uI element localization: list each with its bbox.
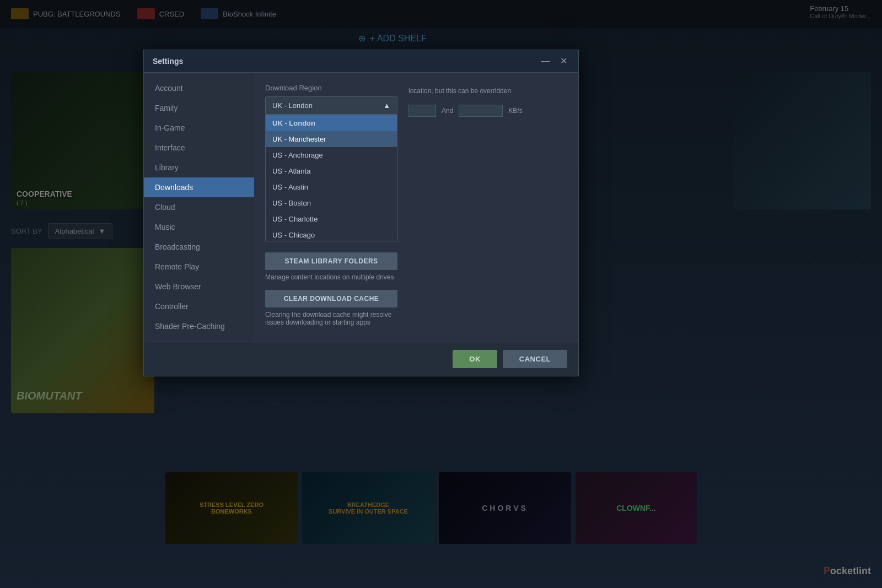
dropdown-item-us-atlanta[interactable]: US - Atlanta <box>266 163 397 179</box>
sidebar-item-web-browser[interactable]: Web Browser <box>144 277 254 296</box>
sidebar-item-library[interactable]: Library <box>144 158 254 177</box>
dialog-titlebar: Settings — ✕ <box>144 50 578 73</box>
steam-library-button[interactable]: STEAM LIBRARY FOLDERS <box>265 252 397 270</box>
sidebar-item-downloads[interactable]: Downloads <box>144 177 254 197</box>
chevron-up-icon: ▲ <box>383 101 390 110</box>
right-column: location, but this can be overridden And… <box>408 84 567 326</box>
ok-button[interactable]: OK <box>453 350 497 368</box>
sidebar-item-cloud[interactable]: Cloud <box>144 197 254 217</box>
selected-region-label: UK - London <box>272 101 313 110</box>
region-select-button[interactable]: UK - London ▲ <box>265 96 397 115</box>
sidebar-item-in-game[interactable]: In-Game <box>144 118 254 138</box>
download-region-label: Download Region <box>265 84 397 92</box>
dialog-title: Settings <box>153 57 183 66</box>
main-split: Download Region UK - London ▲ UK - Londo… <box>265 84 567 326</box>
settings-sidebar: Account Family In-Game Interface Library… <box>144 73 254 342</box>
sidebar-item-shader-pre-caching[interactable]: Shader Pre-Caching <box>144 316 254 336</box>
dialog-footer: OK CANCEL <box>144 342 578 376</box>
region-dropdown: UK - London UK - Manchester US - Anchora… <box>265 115 397 241</box>
region-select-container: UK - London ▲ UK - London UK - Mancheste… <box>265 96 397 115</box>
dropdown-item-uk-manchester[interactable]: UK - Manchester <box>266 131 397 147</box>
sidebar-item-remote-play[interactable]: Remote Play <box>144 257 254 277</box>
kbs-label: KB/s <box>508 107 522 115</box>
sidebar-item-interface[interactable]: Interface <box>144 138 254 158</box>
and-label: And <box>442 107 453 115</box>
sidebar-item-account[interactable]: Account <box>144 78 254 98</box>
sidebar-item-music[interactable]: Music <box>144 217 254 237</box>
close-button[interactable]: ✕ <box>558 56 569 67</box>
throttle-row: And KB/s <box>408 105 567 117</box>
throttle-checkbox[interactable] <box>408 105 436 117</box>
region-info-text: location, but this can be overridden <box>408 86 567 96</box>
dropdown-item-us-anchorage[interactable]: US - Anchorage <box>266 147 397 163</box>
dialog-controls: — ✕ <box>539 56 569 67</box>
dropdown-item-us-boston[interactable]: US - Boston <box>266 195 397 211</box>
clear-cache-desc: Clearing the download cache might resolv… <box>265 311 397 326</box>
dropdown-item-uk-london[interactable]: UK - London <box>266 115 397 131</box>
dropdown-item-us-chicago[interactable]: US - Chicago <box>266 227 397 241</box>
minimize-button[interactable]: — <box>539 56 552 67</box>
steam-library-desc: Manage content locations on multiple dri… <box>265 273 397 281</box>
left-column: Download Region UK - London ▲ UK - Londo… <box>265 84 397 326</box>
dropdown-item-us-charlotte[interactable]: US - Charlotte <box>266 211 397 227</box>
library-section: STEAM LIBRARY FOLDERS Manage content loc… <box>265 252 397 326</box>
sidebar-item-controller[interactable]: Controller <box>144 296 254 316</box>
settings-dialog: Settings — ✕ Account Family In-Game Inte… <box>143 50 579 376</box>
dialog-body: Account Family In-Game Interface Library… <box>144 73 578 342</box>
clear-cache-button[interactable]: CLEAR DOWNLOAD CACHE <box>265 290 397 308</box>
sidebar-item-family[interactable]: Family <box>144 98 254 118</box>
settings-content: Download Region UK - London ▲ UK - Londo… <box>254 73 578 342</box>
throttle-input[interactable] <box>459 105 503 117</box>
sidebar-item-broadcasting[interactable]: Broadcasting <box>144 237 254 257</box>
dropdown-item-us-austin[interactable]: US - Austin <box>266 179 397 195</box>
cancel-button[interactable]: CANCEL <box>503 350 567 368</box>
